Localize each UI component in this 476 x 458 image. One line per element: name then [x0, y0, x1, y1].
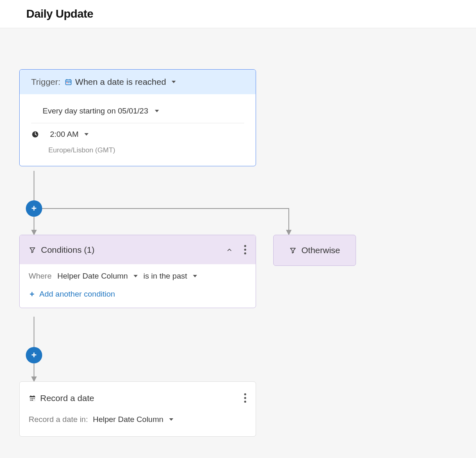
condition-field-select[interactable]: Helper Date Column — [57, 272, 138, 281]
record-field-label: Helper Date Column — [93, 415, 163, 424]
chevron-up-icon — [226, 246, 233, 254]
trigger-type-select[interactable]: When a date is reached — [65, 77, 176, 87]
svg-rect-13 — [32, 398, 33, 399]
trigger-timezone: Europe/Lisbon (GMT) — [48, 146, 244, 154]
more-icon — [244, 245, 246, 247]
svg-rect-16 — [32, 399, 33, 400]
date-icon — [65, 78, 72, 86]
filter-icon — [289, 247, 297, 254]
svg-rect-5 — [68, 82, 69, 83]
page-header: Daily Update — [0, 0, 476, 28]
chevron-down-icon — [172, 81, 176, 83]
add-step-button[interactable]: + — [26, 200, 42, 217]
plus-icon: + — [32, 350, 37, 361]
plus-icon: + — [29, 291, 35, 297]
record-label: Record a date in: — [29, 415, 88, 424]
chevron-down-icon — [193, 275, 197, 277]
otherwise-node[interactable]: Otherwise — [273, 235, 356, 266]
trigger-label: Trigger: — [31, 77, 61, 87]
conditions-title: Conditions (1) — [41, 245, 95, 255]
record-field-select[interactable]: Helper Date Column — [93, 415, 173, 424]
svg-rect-15 — [31, 399, 32, 400]
conditions-body: Where Helper Date Column is in the past … — [20, 264, 256, 308]
trigger-type-label: When a date is reached — [75, 77, 166, 87]
filter-icon — [29, 246, 36, 254]
svg-rect-12 — [31, 398, 32, 399]
divider — [31, 123, 244, 123]
chevron-down-icon — [134, 275, 138, 277]
trigger-time-select[interactable]: 2:00 AM — [50, 130, 88, 139]
trigger-time-label: 2:00 AM — [50, 130, 79, 139]
svg-rect-14 — [34, 398, 34, 399]
where-label: Where — [29, 272, 52, 281]
otherwise-label: Otherwise — [301, 245, 340, 255]
record-title: Record a date — [40, 393, 94, 403]
clock-icon — [31, 130, 39, 138]
conditions-node: Conditions (1) Where Helper Date Column … — [19, 235, 256, 308]
plus-icon: + — [32, 203, 37, 214]
condition-operator-select[interactable]: is in the past — [143, 272, 197, 281]
trigger-schedule-label: Every day starting on 05/01/23 — [43, 107, 148, 116]
workflow-canvas: Trigger: When a date is reached Every da… — [0, 28, 476, 458]
trigger-body: Every day starting on 05/01/23 2:00 AM E… — [20, 94, 256, 166]
condition-row: Where Helper Date Column is in the past — [29, 272, 247, 281]
record-header: Record a date — [20, 382, 256, 409]
conditions-header: Conditions (1) — [20, 235, 256, 264]
record-node: Record a date Record a date in: Helper D… — [19, 381, 256, 437]
more-icon — [244, 393, 246, 395]
conditions-menu-button[interactable] — [242, 243, 247, 257]
chevron-down-icon — [84, 133, 88, 136]
condition-field-label: Helper Date Column — [57, 272, 128, 281]
add-step-button[interactable]: + — [26, 347, 42, 363]
trigger-time-row: 2:00 AM — [31, 126, 244, 143]
chevron-down-icon — [155, 110, 159, 112]
condition-operator-label: is in the past — [143, 272, 187, 281]
record-menu-button[interactable] — [242, 391, 247, 405]
collapse-button[interactable] — [226, 247, 233, 253]
chevron-down-icon — [169, 418, 173, 421]
svg-rect-6 — [70, 82, 70, 83]
trigger-schedule-select[interactable]: Every day starting on 05/01/23 — [31, 102, 244, 120]
record-body: Record a date in: Helper Date Column — [20, 409, 256, 436]
svg-rect-4 — [66, 82, 67, 83]
trigger-node: Trigger: When a date is reached Every da… — [19, 69, 256, 166]
calendar-icon — [29, 395, 36, 402]
add-condition-label: Add another condition — [39, 290, 115, 299]
add-condition-button[interactable]: + Add another condition — [29, 290, 247, 299]
page-title: Daily Update — [26, 7, 450, 20]
trigger-header: Trigger: When a date is reached — [20, 70, 256, 94]
